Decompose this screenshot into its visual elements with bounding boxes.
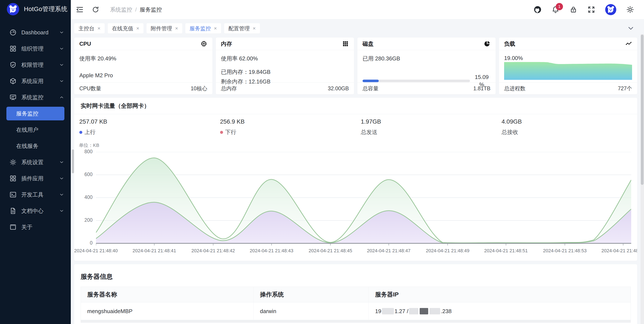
x-tick-label: 2024-04-21 21:48:49 [426, 248, 469, 253]
pie-icon [484, 40, 490, 47]
tab-close-icon[interactable]: × [253, 26, 256, 31]
stat-value: 4.09GB [502, 118, 637, 125]
column-header-服务器IP: 服务器IP [369, 287, 630, 302]
sidebar-item-perm[interactable]: 权限管理 [0, 57, 71, 73]
memory-footer-value: 32.00GB [328, 85, 349, 92]
tab-close-icon[interactable]: × [175, 26, 178, 31]
load-footer-label: 总进程数 [504, 85, 526, 92]
tab-附件管理[interactable]: 附件管理× [146, 23, 182, 34]
tab-close-icon[interactable]: × [214, 26, 217, 31]
breadcrumb-current[interactable]: 服务监控 [140, 6, 162, 14]
sidebar: HotGo管理系统 Dashboard组织管理权限管理系统应用系统监控服务监控在… [0, 0, 71, 324]
x-tick-label: 2024-04-21 21:48:42 [192, 248, 235, 253]
document-icon [10, 207, 17, 214]
top-header: 系统监控 / 服务监控 1 [71, 0, 644, 20]
sidebar-item-label: 系统监控 [21, 94, 59, 101]
chevron-down-icon [59, 208, 64, 214]
sidebar-item-docs[interactable]: 文档中心 [0, 203, 71, 219]
disk-progress-bar [362, 80, 470, 82]
x-tick-label: 2024-04-21 21:48:41 [132, 248, 176, 253]
tab-close-icon[interactable]: × [98, 26, 100, 31]
sidebar-item-label: Dashboard [21, 29, 59, 36]
memory-usage: 使用率 62.00% [221, 55, 349, 62]
x-tick-label: 2024-04-21 21:48:53 [543, 248, 587, 253]
stat-value: 256.9 KB [220, 118, 356, 125]
sidebar-subitem-服务监控[interactable]: 服务监控 [6, 107, 64, 120]
load-card: 负载 19.00% 总进程数 727个 [499, 38, 637, 94]
breadcrumb: 系统监控 / 服务监控 [110, 6, 162, 14]
app-root: HotGo管理系统 Dashboard组织管理权限管理系统应用系统监控服务监控在… [0, 0, 644, 324]
header-actions: 1 [534, 4, 644, 15]
traffic-stat-总发送: 1.97GB总发送 [356, 118, 496, 136]
menu-fold-icon[interactable] [76, 6, 84, 14]
sidebar-item-dashboard[interactable]: Dashboard [0, 24, 71, 41]
column-header-操作系统: 操作系统 [254, 287, 369, 302]
traffic-stat-下行: 256.9 KB下行 [215, 118, 356, 136]
sidebar-item-label: 系统设置 [21, 159, 59, 166]
server-info-panel: 服务器信息 服务器名称操作系统服务器IPmengshuaideMBPdarwin… [74, 264, 637, 324]
github-icon[interactable] [534, 6, 542, 14]
tabs-chevron-down-icon[interactable] [627, 25, 634, 32]
pulse-icon [625, 40, 632, 47]
bell-icon[interactable]: 1 [552, 6, 560, 14]
tab-close-icon[interactable]: × [136, 26, 139, 31]
y-tick-0: 0 [74, 240, 92, 246]
about-icon [10, 223, 17, 231]
load-spark-chart [504, 60, 632, 80]
avatar[interactable] [605, 4, 616, 15]
sidebar-item-monitor[interactable]: 系统监控 [0, 89, 71, 105]
ip-text: .238 [441, 308, 452, 314]
lock-icon[interactable] [569, 6, 578, 14]
unit-label: 单位：KB [79, 142, 99, 149]
tab-主控台[interactable]: 主控台× [74, 23, 105, 34]
sidebar-item-label: 文档中心 [21, 207, 59, 215]
cube-icon [10, 78, 17, 85]
gear-icon [10, 159, 17, 166]
column-header-服务器名称: 服务器名称 [81, 287, 254, 302]
traffic-title: 实时网卡流量（全部网卡） [74, 98, 637, 114]
chevron-down-icon [59, 30, 64, 35]
chevron-down-icon [59, 78, 64, 84]
breadcrumb-parent[interactable]: 系统监控 [110, 6, 132, 14]
sidebar-subitem-label: 在线服务 [16, 142, 38, 150]
breadcrumb-separator: / [135, 7, 137, 13]
traffic-stat-上行: 257.07 KB上行 [74, 118, 215, 136]
settings-gear-icon[interactable] [626, 6, 634, 14]
notification-badge: 1 [556, 3, 563, 10]
koala-logo-icon [7, 3, 19, 15]
sidebar-item-org[interactable]: 组织管理 [0, 41, 71, 57]
chevron-down-icon [59, 46, 64, 52]
tab-在线充值[interactable]: 在线充值× [108, 23, 144, 34]
terminal-icon [10, 191, 17, 198]
stat-label: 上行 [84, 129, 96, 136]
shield-check-icon [10, 61, 17, 69]
ip-text: 1.27 / [394, 308, 408, 314]
right-scrollbar-thumb[interactable] [641, 35, 644, 185]
sidebar-item-label: 系统应用 [21, 78, 59, 85]
traffic-chart [96, 152, 631, 245]
refresh-icon[interactable] [92, 6, 99, 14]
sidebar-item-plugin[interactable]: 插件应用 [0, 170, 71, 187]
ip-redaction-block [382, 308, 394, 314]
sidebar-subitem-在线服务[interactable]: 在线服务 [0, 138, 71, 154]
sidebar-item-settings[interactable]: 系统设置 [0, 154, 71, 170]
sidebar-item-label: 关于 [21, 223, 64, 231]
chevron-down-icon [59, 159, 64, 165]
tab-label: 附件管理 [151, 25, 172, 32]
table-next-row-sliver [80, 320, 631, 323]
sidebar-item-devtools[interactable]: 开发工具 [0, 187, 71, 203]
content-scrollbar-thumb[interactable] [72, 149, 74, 173]
app-logo: HotGo管理系统 [0, 0, 71, 18]
sidebar-item-about[interactable]: 关于 [0, 219, 71, 235]
cpu-usage: 使用率 20.49% [79, 55, 207, 62]
y-tick-800: 800 [74, 149, 92, 155]
traffic-stat-总接收: 4.09GB总接收 [496, 118, 637, 136]
ip-redaction-block [430, 308, 440, 314]
sidebar-subitem-在线用户[interactable]: 在线用户 [0, 122, 71, 138]
tab-服务监控[interactable]: 服务监控× [185, 23, 221, 34]
tab-配置管理[interactable]: 配置管理× [224, 23, 260, 34]
fullscreen-icon[interactable] [587, 6, 596, 14]
sidebar-item-sysapp[interactable]: 系统应用 [0, 73, 71, 89]
stat-value: 1.97GB [361, 118, 496, 125]
traffic-stats: 257.07 KB上行256.9 KB下行1.97GB总发送4.09GB总接收 [74, 118, 637, 136]
